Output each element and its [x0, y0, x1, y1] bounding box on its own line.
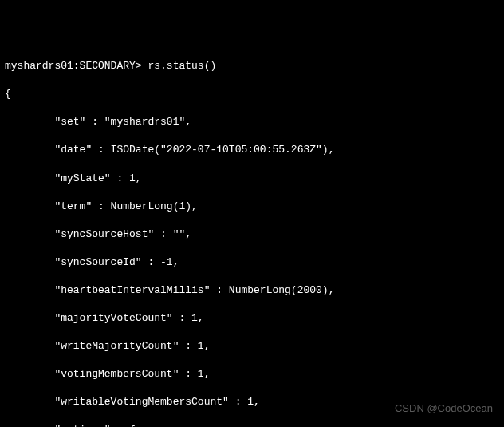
output-line: "term" : NumberLong(1), [5, 200, 499, 214]
output-line: "set" : "myshardrs01", [5, 115, 499, 129]
output-line: { [5, 87, 499, 101]
shell-prompt: myshardrs01:SECONDARY> [5, 60, 148, 72]
output-line: "votingMembersCount" : 1, [5, 367, 499, 382]
output-line: "syncSourceHost" : "", [5, 227, 499, 242]
output-line: "majorityVoteCount" : 1, [5, 311, 499, 326]
output-line: "syncSourceId" : -1, [5, 255, 499, 270]
output-line: "optimes" : { [5, 423, 499, 427]
command-input[interactable]: rs.status() [148, 60, 216, 72]
output-line: "writeMajorityCount" : 1, [5, 339, 499, 354]
output-line: "date" : ISODate("2022-07-10T05:00:55.26… [5, 143, 499, 157]
output-line: "writableVotingMembersCount" : 1, [5, 395, 499, 409]
output-line: "heartbeatIntervalMillis" : NumberLong(2… [5, 283, 499, 298]
output-line: "myState" : 1, [5, 172, 499, 186]
prompt-line[interactable]: myshardrs01:SECONDARY> rs.status() [5, 59, 499, 73]
